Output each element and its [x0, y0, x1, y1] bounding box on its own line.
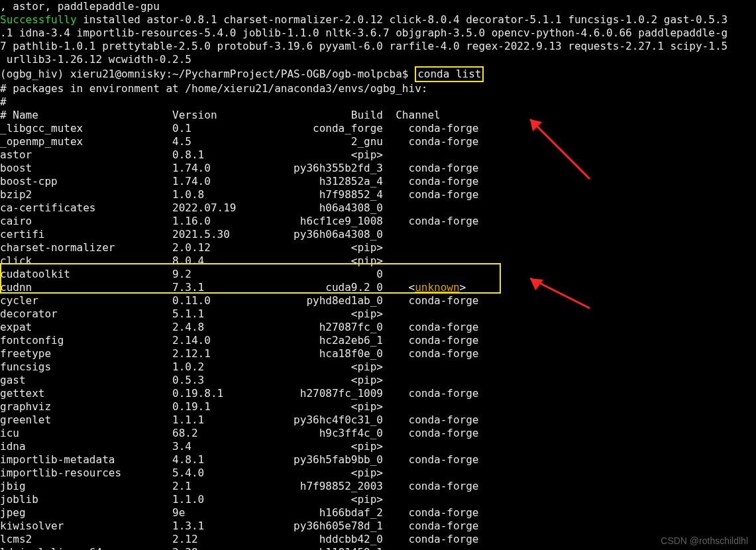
- command-highlight: conda list: [415, 66, 484, 82]
- terminal-output: , astor, paddlepaddle-gpu Successfully i…: [0, 0, 756, 550]
- watermark: CSDN @rothschildlhl: [661, 535, 748, 546]
